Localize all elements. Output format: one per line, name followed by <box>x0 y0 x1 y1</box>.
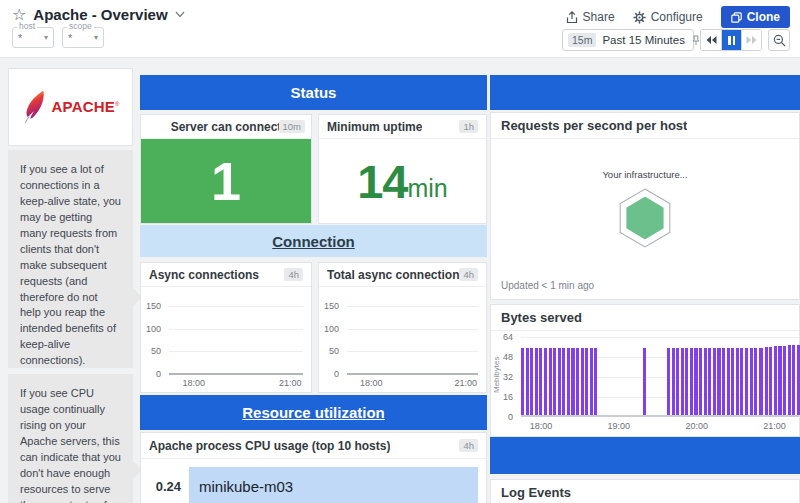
widget-async-connections[interactable]: Async connections 4h 150100500 18:0021:0… <box>140 262 312 393</box>
minimum-uptime-unit: min <box>407 174 447 203</box>
toplist-value: 0.24 <box>149 479 189 494</box>
section-banner-resource: Resource utilization <box>140 395 487 430</box>
hostmap-label: Your infrastructure... <box>491 169 799 180</box>
configure-button[interactable]: Configure <box>633 10 703 24</box>
zoom-out-button[interactable] <box>768 29 790 51</box>
toplist-bar: minikube-m03 <box>189 467 478 503</box>
section-banner-connection: Connection <box>140 225 487 257</box>
clone-icon <box>731 12 742 23</box>
widget-total-async-connections[interactable]: Total async connections 4h 150100500 18:… <box>318 262 487 393</box>
bytes-served-chart[interactable] <box>521 337 799 417</box>
note-cpu: If you see CPU usage continually rising … <box>8 374 133 503</box>
time-range-badge: 15m <box>568 33 596 47</box>
host-hexagon[interactable] <box>614 187 676 249</box>
widget-log-events[interactable]: Log Events <box>490 479 800 503</box>
chevron-down-icon: ▾ <box>44 33 48 42</box>
template-var-host[interactable]: host * ▾ <box>12 27 54 48</box>
widget-minimum-uptime[interactable]: Minimum uptime 1h 14 min <box>318 114 487 224</box>
apache-logo-widget: APACHE® <box>8 68 133 146</box>
widget-bytes-served[interactable]: Bytes served Mebibytes 644832160 18:0019… <box>490 304 800 437</box>
share-icon <box>566 11 578 24</box>
note-keepalive: If you see a lot of connections in a kee… <box>8 150 133 368</box>
widget-cpu-usage[interactable]: Apache process CPU usage (top 10 hosts) … <box>140 432 487 503</box>
share-button[interactable]: Share <box>566 10 615 24</box>
timeframe-badge: 4h <box>459 268 478 281</box>
zero-series-line <box>169 373 303 376</box>
bytes-xaxis: 18:0019:0020:0021:00 <box>521 421 799 433</box>
time-pause-button[interactable] <box>721 30 741 50</box>
page-title: Apache - Overview <box>33 6 167 23</box>
time-nav-group <box>700 29 762 51</box>
hostmap-updated: Updated < 1 min ago <box>501 280 594 291</box>
widget-requests-per-host[interactable]: Requests per second per host Your infras… <box>490 112 800 300</box>
template-var-scope[interactable]: scope * ▾ <box>62 27 104 48</box>
chevron-down-icon: ▾ <box>94 33 98 42</box>
apache-wordmark: APACHE <box>52 98 115 115</box>
timeframe-badge: 10m <box>279 120 305 133</box>
time-back-button[interactable] <box>701 30 721 50</box>
gear-icon <box>633 11 646 24</box>
timeframe-badge: 4h <box>459 439 478 452</box>
zero-series-line <box>347 373 478 376</box>
time-range-picker[interactable]: 15m Past 15 Minutes ▾ <box>562 29 694 51</box>
section-banner-status: Status <box>140 75 487 110</box>
async-connections-chart[interactable]: 18:0021:00 <box>169 295 303 374</box>
dashboard-page: ☆ Apache - Overview Share Configure <box>0 0 800 503</box>
title-chevron-down-icon[interactable] <box>175 11 185 18</box>
section-banner-right-top <box>490 75 800 110</box>
dashboard-header: ☆ Apache - Overview Share Configure <box>0 0 800 58</box>
minimum-uptime-value: 14 <box>357 154 407 209</box>
dashboard-canvas: APACHE® If you see a lot of connections … <box>0 58 800 503</box>
total-async-connections-chart[interactable]: 18:0021:00 <box>347 295 478 374</box>
template-variables: host * ▾ scope * ▾ <box>12 27 104 48</box>
apache-feather-icon <box>22 89 48 125</box>
status-green-box: 1 <box>141 139 311 223</box>
toplist-row[interactable]: 0.24 minikube-m03 <box>149 467 478 503</box>
widget-server-can-connect[interactable]: Server can connect 10m 1 <box>140 114 312 224</box>
server-can-connect-value: 1 <box>211 150 241 212</box>
timeframe-badge: 4h <box>284 268 303 281</box>
section-banner-right-bottom <box>490 437 800 474</box>
clone-button[interactable]: Clone <box>721 6 790 28</box>
timeframe-badge: 1h <box>459 120 478 133</box>
pause-icon <box>728 36 735 45</box>
time-forward-button[interactable] <box>741 30 761 50</box>
